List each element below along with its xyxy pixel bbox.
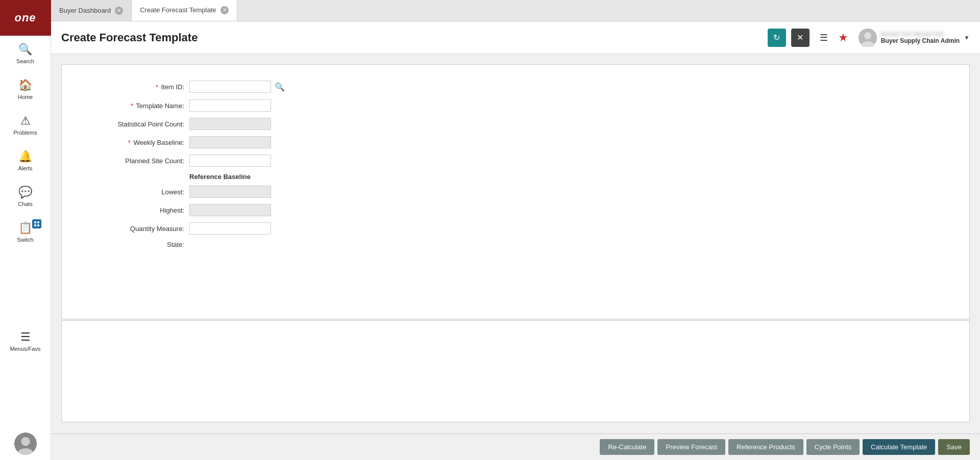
refresh-button[interactable]: ↻ bbox=[768, 29, 786, 47]
logo-text: one bbox=[14, 11, 36, 24]
form-container: * Item ID: 🔍 * Template Name: S bbox=[61, 64, 970, 319]
planned-site-count-label: Planned Site Count: bbox=[77, 157, 189, 165]
footer-bar: Re-Calculate Preview Forecast Reference … bbox=[51, 433, 980, 460]
highest-row: Highest: bbox=[77, 204, 954, 216]
save-button[interactable]: Save bbox=[938, 439, 970, 455]
lower-panel bbox=[61, 320, 970, 422]
star-icon: ★ bbox=[838, 31, 848, 44]
highest-label: Highest: bbox=[77, 207, 189, 214]
sidebar-item-alerts[interactable]: 🔔 Alerts bbox=[0, 143, 51, 178]
favorites-star[interactable]: ★ bbox=[838, 31, 848, 44]
tab-close-forecast-template[interactable]: ✕ bbox=[220, 6, 229, 14]
svg-point-5 bbox=[21, 437, 30, 446]
recalculate-button[interactable]: Re-Calculate bbox=[600, 439, 654, 455]
user-info: REDACTED REDACTED Buyer Supply Chain Adm… bbox=[881, 31, 960, 44]
calculate-template-button[interactable]: Calculate Template bbox=[863, 439, 935, 455]
weekly-baseline-label: * Weekly Baseline: bbox=[77, 139, 189, 146]
state-row: State: bbox=[77, 241, 954, 248]
reference-products-button[interactable]: Reference Products bbox=[728, 439, 803, 455]
sidebar-item-label: Menus/Favs bbox=[10, 346, 41, 352]
sidebar-item-problems[interactable]: ⚠ Problems bbox=[0, 107, 51, 143]
weekly-baseline-row: * Weekly Baseline: bbox=[77, 136, 954, 148]
preview-forecast-button[interactable]: Preview Forecast bbox=[657, 439, 725, 455]
item-id-input[interactable] bbox=[189, 81, 271, 93]
lowest-row: Lowest: bbox=[77, 186, 954, 198]
cycle-points-button[interactable]: Cycle Points bbox=[806, 439, 860, 455]
close-button[interactable]: ✕ bbox=[791, 29, 810, 47]
user-dropdown-arrow[interactable]: ▼ bbox=[964, 34, 970, 41]
tab-bar: Buyer Dashboard ✕ Create Forecast Templa… bbox=[51, 0, 980, 21]
user-avatar bbox=[859, 29, 877, 47]
switch-badge bbox=[32, 219, 41, 228]
statistical-point-count-label: Statistical Point Count: bbox=[77, 120, 189, 128]
sidebar: one 🔍 Search 🏠 Home ⚠ Problems 🔔 Alerts … bbox=[0, 0, 51, 460]
user-role: Buyer Supply Chain Admin bbox=[881, 37, 960, 44]
page-header: Create Forecast Template ↻ ✕ ☰ ★ REDACTE… bbox=[51, 21, 980, 54]
chat-icon: 💬 bbox=[18, 186, 32, 199]
main-content: Buyer Dashboard ✕ Create Forecast Templa… bbox=[51, 0, 980, 460]
statistical-point-count-input[interactable] bbox=[189, 118, 271, 130]
svg-rect-0 bbox=[34, 221, 36, 223]
svg-rect-2 bbox=[34, 224, 36, 226]
tab-label: Create Forecast Template bbox=[140, 6, 216, 14]
planned-site-count-input[interactable] bbox=[189, 155, 271, 167]
svg-rect-1 bbox=[37, 221, 39, 223]
home-icon: 🏠 bbox=[18, 79, 32, 92]
sidebar-item-label: Home bbox=[18, 94, 33, 100]
sidebar-item-label: Problems bbox=[13, 130, 37, 136]
menu-icon: ☰ bbox=[20, 330, 31, 344]
planned-site-count-row: Planned Site Count: bbox=[77, 155, 954, 167]
quantity-measure-label: Quantity Measure: bbox=[77, 225, 189, 233]
item-id-wrapper: 🔍 bbox=[189, 80, 286, 93]
statistical-point-count-row: Statistical Point Count: bbox=[77, 118, 954, 130]
sidebar-item-switch[interactable]: 📋 Switch bbox=[0, 214, 51, 250]
tab-label: Buyer Dashboard bbox=[59, 7, 111, 14]
item-id-search-button[interactable]: 🔍 bbox=[273, 80, 286, 93]
item-id-label: * Item ID: bbox=[77, 83, 189, 91]
sidebar-item-home[interactable]: 🏠 Home bbox=[0, 71, 51, 107]
weekly-baseline-input[interactable] bbox=[189, 136, 271, 148]
user-section: REDACTED REDACTED Buyer Supply Chain Adm… bbox=[859, 29, 970, 47]
page-title: Create Forecast Template bbox=[61, 31, 768, 44]
app-logo[interactable]: one bbox=[0, 0, 51, 36]
content-area: * Item ID: 🔍 * Template Name: S bbox=[51, 54, 980, 433]
svg-point-8 bbox=[864, 32, 871, 39]
tab-create-forecast-template[interactable]: Create Forecast Template ✕ bbox=[132, 0, 237, 21]
tab-close-buyer-dashboard[interactable]: ✕ bbox=[115, 7, 123, 15]
quantity-measure-row: Quantity Measure: bbox=[77, 222, 954, 235]
tab-buyer-dashboard[interactable]: Buyer Dashboard ✕ bbox=[51, 0, 132, 21]
sidebar-item-search[interactable]: 🔍 Search bbox=[0, 36, 51, 71]
sidebar-item-menus-favs[interactable]: ☰ Menus/Favs bbox=[0, 323, 51, 359]
sidebar-item-label: Search bbox=[16, 58, 34, 64]
sidebar-item-label: Chats bbox=[18, 201, 33, 207]
quantity-measure-input[interactable] bbox=[189, 222, 271, 235]
search-icon: 🔍 bbox=[18, 43, 32, 56]
template-name-label: * Template Name: bbox=[77, 102, 189, 110]
highest-input[interactable] bbox=[189, 204, 271, 216]
sidebar-item-label: Alerts bbox=[18, 165, 32, 171]
template-name-input[interactable] bbox=[189, 99, 271, 112]
lowest-label: Lowest: bbox=[77, 188, 189, 196]
user-avatar-sidebar[interactable] bbox=[14, 432, 37, 455]
warning-icon: ⚠ bbox=[20, 114, 31, 127]
header-actions: ↻ ✕ ☰ ★ REDACTED REDACTED Buyer Supply C… bbox=[768, 29, 970, 47]
switch-icon: 📋 bbox=[18, 221, 32, 235]
bell-icon: 🔔 bbox=[18, 150, 32, 163]
sidebar-item-label: Switch bbox=[17, 237, 33, 243]
reference-baseline-title: Reference Baseline bbox=[189, 173, 954, 181]
template-name-row: * Template Name: bbox=[77, 99, 954, 112]
header-menu-button[interactable]: ☰ bbox=[815, 29, 833, 47]
svg-rect-3 bbox=[37, 224, 39, 226]
item-id-row: * Item ID: 🔍 bbox=[77, 80, 954, 93]
lowest-input[interactable] bbox=[189, 186, 271, 198]
sidebar-item-chats[interactable]: 💬 Chats bbox=[0, 178, 51, 214]
user-name: REDACTED REDACTED bbox=[881, 31, 960, 37]
state-label: State: bbox=[77, 241, 189, 248]
